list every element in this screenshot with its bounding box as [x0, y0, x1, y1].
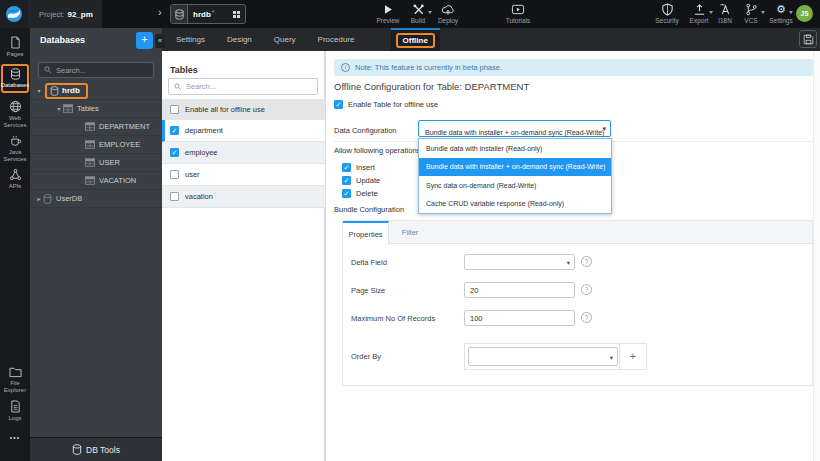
max-records-input[interactable] [464, 310, 575, 326]
tree-item-employee[interactable]: EMPLOYEE [30, 136, 162, 154]
gear-icon: ⚙ [776, 3, 786, 16]
tree-item-vacation[interactable]: VACATION [30, 172, 162, 190]
tree-item-tables[interactable]: ▾ Tables [30, 100, 162, 118]
tree-item-label: VACATION [99, 176, 136, 185]
cloud-deploy-icon [441, 3, 455, 16]
user-avatar[interactable]: JS [796, 5, 813, 22]
beta-note-text: Note: This feature is currently in beta … [355, 63, 502, 72]
tree-item-label: USER [99, 158, 120, 167]
insert-checkbox[interactable] [342, 163, 351, 172]
tree-item-userdb[interactable]: ▸ UserDB [30, 190, 162, 208]
table-icon [85, 140, 95, 149]
vertical-scrollbar[interactable] [813, 51, 820, 461]
dropdown-option[interactable]: Cache CRUD variable response (Read-only) [419, 195, 611, 214]
tab-procedure[interactable]: Procedure [318, 35, 355, 44]
tables-list: Enable all for offline use department em… [162, 99, 325, 208]
project-label: Project: [39, 10, 64, 19]
project-info: Project: 92_pm [28, 0, 102, 28]
table-row-department[interactable]: department [162, 120, 325, 142]
delta-field-help-icon[interactable]: ? [581, 256, 592, 267]
caret-right-icon[interactable]: ▸ [35, 195, 43, 202]
table-row-label: employee [185, 148, 218, 157]
tree-item-user[interactable]: USER [30, 154, 162, 172]
dropdown-option-selected[interactable]: Bundle data with installer + on-demand s… [419, 158, 611, 177]
table-icon [85, 176, 95, 185]
operation-delete[interactable]: Delete [342, 189, 378, 198]
tab-design[interactable]: Design [227, 35, 252, 44]
app-logo [0, 0, 28, 28]
collapse-panel-button[interactable]: « [155, 34, 165, 48]
dropdown-option[interactable]: Bundle data with installer (Read-only) [419, 139, 611, 158]
tables-search-input[interactable] [186, 82, 312, 91]
page-size-input[interactable] [464, 282, 575, 298]
branch-icon [745, 3, 758, 16]
db-tools-icon [72, 444, 82, 455]
open-file-tab-hrdb[interactable]: hrdb * [170, 4, 246, 24]
settings-button[interactable]: ⚙ Settings [763, 3, 799, 24]
sidebar-item-logs[interactable]: Logs [0, 400, 30, 422]
employee-checkbox[interactable] [170, 148, 179, 157]
tab-filter[interactable]: Filter [389, 221, 431, 244]
allow-operations-label: Allow following operations [334, 146, 420, 155]
tab-offline[interactable]: Offline [391, 28, 440, 51]
page-size-help-icon[interactable]: ? [581, 284, 592, 295]
enable-table-row[interactable]: Enable Table for offline use [334, 100, 438, 109]
sidebar-item-java-services[interactable]: Java Services [0, 134, 30, 163]
tab-query[interactable]: Query [274, 35, 296, 44]
security-button[interactable]: Security [649, 3, 685, 24]
max-records-help-icon[interactable]: ? [581, 312, 592, 323]
video-icon [511, 3, 525, 16]
sidebar-item-web-services[interactable]: Web Services [0, 100, 30, 129]
db-tools-button[interactable]: DB Tools [30, 437, 162, 461]
delete-checkbox[interactable] [342, 189, 351, 198]
sidebar-item-apis[interactable]: APIs [0, 168, 30, 190]
user-checkbox[interactable] [170, 170, 179, 179]
databases-panel-title: Databases [40, 35, 85, 45]
delta-field-label: Delta Field [351, 258, 387, 267]
offline-config-content: i Note: This feature is currently in bet… [325, 51, 820, 461]
tree-item-hrdb[interactable]: ▾ hrdb [30, 82, 162, 100]
sidebar-item-databases[interactable]: Databases [1, 64, 29, 93]
enable-all-row[interactable]: Enable all for offline use [162, 99, 325, 120]
tab-settings[interactable]: Settings [176, 35, 205, 44]
order-by-select[interactable]: ▾ [468, 347, 618, 366]
database-icon [50, 86, 59, 96]
deploy-button[interactable]: Deploy [430, 3, 466, 24]
sidebar-item-pages[interactable]: Pages [0, 36, 30, 58]
sidebar-item-file-explorer[interactable]: File Explorer [0, 366, 30, 394]
add-database-button[interactable]: + [136, 32, 153, 49]
max-records-label: Maximum No Of Records [351, 314, 435, 323]
more-options-button[interactable]: ••• [0, 434, 30, 441]
order-by-add-button[interactable]: + [619, 344, 646, 369]
operation-insert[interactable]: Insert [342, 163, 375, 172]
operation-update[interactable]: Update [342, 176, 380, 185]
update-checkbox[interactable] [342, 176, 351, 185]
table-row-vacation[interactable]: vacation [162, 186, 325, 208]
table-icon [85, 158, 95, 167]
dropdown-option[interactable]: Sync data on-demand (Read-Write) [419, 176, 611, 195]
save-button[interactable] [799, 30, 817, 48]
database-search[interactable] [38, 62, 154, 78]
page-icon [10, 36, 21, 49]
caret-down-icon[interactable]: ▾ [35, 87, 43, 94]
tables-search[interactable] [168, 78, 318, 95]
build-tools-icon [412, 3, 425, 16]
department-checkbox[interactable] [170, 126, 179, 135]
table-row-employee[interactable]: employee [162, 142, 325, 164]
grid-switcher-icon[interactable] [233, 11, 240, 18]
enable-table-checkbox[interactable] [334, 100, 343, 109]
vacation-checkbox[interactable] [170, 192, 179, 201]
unsaved-indicator: * [212, 8, 215, 17]
caret-down-icon[interactable]: ▾ [55, 105, 63, 112]
database-search-input[interactable] [56, 66, 148, 75]
table-row-user[interactable]: user [162, 164, 325, 186]
tab-properties[interactable]: Properties [343, 221, 389, 245]
enable-table-label: Enable Table for offline use [348, 100, 438, 109]
tutorials-button[interactable]: Tutorials [500, 3, 536, 24]
data-configuration-select[interactable]: Bundle data with installer + on-demand s… [418, 120, 611, 137]
enable-all-checkbox[interactable] [170, 105, 179, 114]
tree-item-department[interactable]: DEPARTMENT [30, 118, 162, 136]
delta-field-select[interactable]: ▾ [464, 254, 575, 270]
databases-panel: Databases + « ▾ hrdb ▾ Tables [30, 28, 162, 461]
caret-down-icon: ▾ [602, 125, 606, 133]
